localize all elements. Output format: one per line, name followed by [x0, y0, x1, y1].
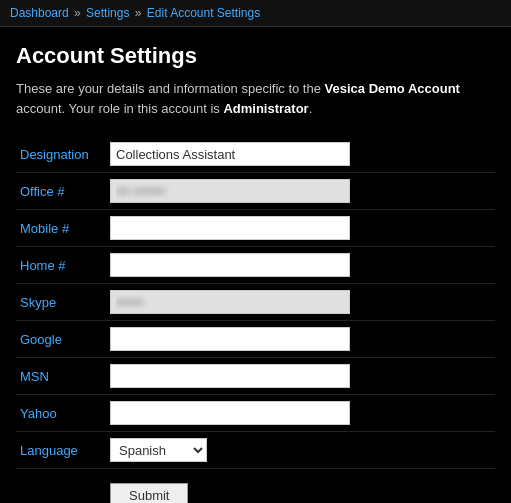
input-designation[interactable]	[110, 142, 350, 166]
input-home[interactable]	[110, 253, 350, 277]
input-msn[interactable]	[110, 364, 350, 388]
breadcrumb-dashboard[interactable]: Dashboard	[10, 6, 69, 20]
breadcrumb: Dashboard » Settings » Edit Account Sett…	[0, 0, 511, 27]
input-skype[interactable]	[110, 290, 350, 314]
label-skype: Skype	[16, 284, 106, 321]
submit-button[interactable]: Submit	[110, 483, 188, 503]
page-title: Account Settings	[16, 43, 495, 69]
language-label: Language	[16, 432, 106, 469]
label-home: Home #	[16, 247, 106, 284]
label-msn: MSN	[16, 358, 106, 395]
account-name: Vesica Demo Account	[325, 81, 460, 96]
label-mobile: Mobile #	[16, 210, 106, 247]
label-office: Office #	[16, 173, 106, 210]
settings-form-table: DesignationOffice #Mobile #Home #SkypeGo…	[16, 136, 495, 432]
main-content: Account Settings These are your details …	[0, 27, 511, 503]
label-yahoo: Yahoo	[16, 395, 106, 432]
input-yahoo[interactable]	[110, 401, 350, 425]
input-mobile[interactable]	[110, 216, 350, 240]
language-table: Language EnglishSpanishFrenchGermanPortu…	[16, 432, 495, 469]
input-google[interactable]	[110, 327, 350, 351]
breadcrumb-current: Edit Account Settings	[147, 6, 260, 20]
account-description: These are your details and information s…	[16, 79, 495, 118]
submit-row: Submit	[16, 483, 495, 503]
label-google: Google	[16, 321, 106, 358]
label-designation: Designation	[16, 136, 106, 173]
breadcrumb-settings[interactable]: Settings	[86, 6, 129, 20]
language-select[interactable]: EnglishSpanishFrenchGermanPortuguese	[110, 438, 207, 462]
user-role: Administrator	[223, 101, 308, 116]
input-office[interactable]	[110, 179, 350, 203]
